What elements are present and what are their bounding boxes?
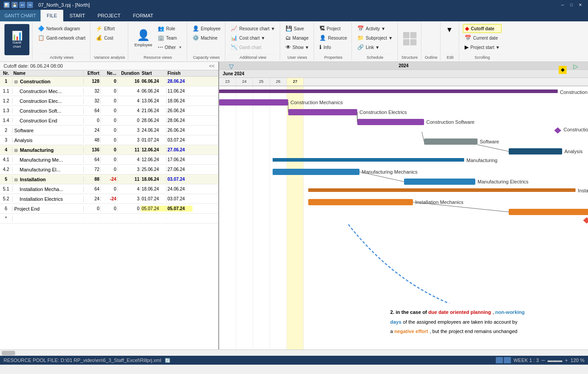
group-schedule: 📅 Activity ▼ 📁 Subproject ▼ 🔗 Link ▼ Sch… [353,22,397,61]
struct-icon-1[interactable] [403,32,409,38]
year-cutoff-marker: ◆ [559,66,567,74]
table-row[interactable]: 1.1 Construction Mec... 32 0 4 06.06.24 … [0,86,218,96]
subproject-btn[interactable]: 📁 Subproject ▼ [355,33,394,42]
table-row[interactable]: 4 ⊟ Manufacturing 136 0 11 12.06.24 27.0… [0,145,218,155]
save-quick-icon[interactable]: 💾 [12,2,18,8]
other-btn[interactable]: ⋯ Other ▼ [156,43,184,52]
gantt-chart-button[interactable]: 📊 Ganttchart [4,24,29,55]
project-btn[interactable]: 🏗 Project [318,24,349,33]
filter-icon[interactable]: ▼ [444,24,455,36]
status-icon-1[interactable] [496,357,503,363]
cost-chart-btn[interactable]: 📊 Cost chart ▼ [229,33,277,42]
status-icon-2[interactable] [504,357,511,363]
minimize-btn[interactable]: ─ [559,2,567,8]
struct-icon-2[interactable] [410,32,416,38]
employee-big-btn[interactable]: 👤 Employee [132,24,155,52]
group-employee: 👤 Employee 👥 Role 🏢 Team ⋯ Other [129,22,187,61]
cell-effort: 128 [84,78,101,84]
cell-effort: 64 [84,157,101,163]
name-text: Construction [20,79,50,84]
table-row[interactable]: 1.3 Construction Soft... 64 0 4 21.06.24… [0,106,218,116]
scrolling-content: ◆ Cutoff date 📅 Current date ▶ Project s… [463,23,502,54]
table-row[interactable]: 1 ⊟ Construction 128 0 16 06.06.24 28.06… [0,77,218,86]
cell-nr: 4 [0,147,12,153]
tab-project[interactable]: PROJECT [91,10,127,21]
current-date-btn[interactable]: 📅 Current date [463,33,502,42]
network-diagram-btn[interactable]: 🔷 Network diagram [36,24,87,33]
manage-btn[interactable]: 🗂 Manage [284,33,311,42]
zoom-plus[interactable]: + [565,358,568,363]
table-row[interactable]: 3 Analysis 48 0 3 01.07.24 03.07.24 [0,135,218,145]
structure-label: Structure [401,54,418,60]
cell-nr: 5.2 [0,196,12,202]
name-text: Installation Mecha... [20,187,63,192]
table-row[interactable]: 1.4 Construction End 0 0 0 28.06.24 28.0… [0,116,218,126]
redo-icon[interactable]: ↪ [27,2,33,8]
gantt-chart-small-btn[interactable]: 📉 Gantt chart [229,43,277,52]
ribbon-content: 📊 Ganttchart 🔷 Network diagram 📋 Gantt-n… [0,21,588,61]
refresh-icon[interactable]: 🔄 [165,358,170,363]
show-btn[interactable]: 👁 Show ▼ [284,43,311,52]
info-btn[interactable]: ℹ Info [318,43,349,52]
cost-btn[interactable]: 💰 Cost [94,33,117,42]
bar-construction-summary [219,89,558,93]
machine-btn[interactable]: ⚙️ Machine [191,33,222,42]
gantt-small-icon: 📉 [231,44,237,50]
resource-chart-btn[interactable]: 📈 Resource chart ▼ [229,24,277,33]
cell-finish: 03.07.24 [167,196,192,202]
week-text: WEEK 1 : 3 [514,358,539,363]
resource-chart-icon: 📈 [231,25,237,32]
cell-nr: 5.1 [0,186,12,192]
group-properties: 🏗 Project 👤 Resource ℹ Info Properties [315,22,352,61]
undo-icon[interactable]: ↩ [19,2,25,8]
subproject-label: Subproject ▼ [366,36,392,41]
table-row[interactable]: 5.2 Installation Electrics 24 -24 3 01.0… [0,194,218,204]
save-view-label: Save [294,26,304,31]
cell-ne: 0 [101,127,118,133]
tab-format[interactable]: FORMAT [127,10,159,21]
struct-icon-3[interactable] [403,39,409,45]
tab-file[interactable]: FILE [41,10,63,21]
expand-icon[interactable]: ⊟ [14,80,18,84]
cell-finish: 03.07.24 [167,176,192,182]
collapse-arrow[interactable]: << [209,63,215,69]
table-row[interactable]: 5.1 Installation Mecha... 64 0 4 18.06.2… [0,184,218,194]
activity-schedule-icon: 📅 [357,25,364,32]
team-btn[interactable]: 🏢 Team [156,33,184,42]
resource-btns: 👥 Role 🏢 Team ⋯ Other ▼ [156,24,184,52]
table-row[interactable]: 2 Software 24 0 3 24.06.24 26.06.24 [0,126,218,135]
table-row[interactable]: * [0,214,218,224]
table-row[interactable]: 4.2 Manufacturing El... 72 0 3 25.06.24 … [0,165,218,175]
tab-start[interactable]: START [63,10,91,21]
table-row[interactable]: 6 Project End 0 0 0 05.07.24 05.07.24 [0,204,218,214]
cell-nr: 1.1 [0,88,12,94]
scrollbar-area[interactable] [0,350,588,356]
effort-btn[interactable]: ⚡ Effort [94,24,117,33]
table-row[interactable]: 1.2 Construction Elec... 32 0 4 13.06.24… [0,96,218,106]
cap-employee-btn[interactable]: 👤 Employee [191,24,222,33]
tab-gantt-chart[interactable]: GANTT CHART [0,10,41,21]
gantt-network-btn[interactable]: 📋 Gantt-network chart [36,33,87,42]
activity-schedule-btn[interactable]: 📅 Activity ▼ [355,24,394,33]
link-btn[interactable]: 🔗 Link ▼ [355,43,394,52]
save-view-btn[interactable]: 💾 Save [284,24,311,33]
project-start-btn[interactable]: ▶ Project start ▼ [463,43,502,52]
machine-label: Machine [201,36,218,41]
scroll-thumb[interactable] [2,351,15,355]
info-label: Info [323,45,331,50]
restore-btn[interactable]: □ [568,2,576,8]
expand-icon[interactable]: ⊟ [14,148,18,153]
close-btn[interactable]: ✕ [576,2,584,8]
zoom-minus[interactable]: ─ [542,358,545,363]
name-text: Installation [20,177,46,182]
struct-icon-4[interactable] [410,39,416,45]
table-row[interactable]: 4.1 Manufacturing Me... 64 0 4 12.06.24 … [0,155,218,165]
expand-icon[interactable]: ⊟ [14,178,18,182]
resource-prop-btn[interactable]: 👤 Resource [318,33,349,42]
role-btn[interactable]: 👥 Role [156,24,184,33]
name-text: Manufacturing Me... [20,157,63,163]
cutoff-date-btn[interactable]: ◆ Cutoff date [463,24,502,33]
cell-finish: 17.06.24 [167,157,192,163]
table-row[interactable]: 5 ⊟ Installation 88 -24 11 18.06.24 03.0… [0,175,218,184]
header-start: Start [141,70,167,76]
